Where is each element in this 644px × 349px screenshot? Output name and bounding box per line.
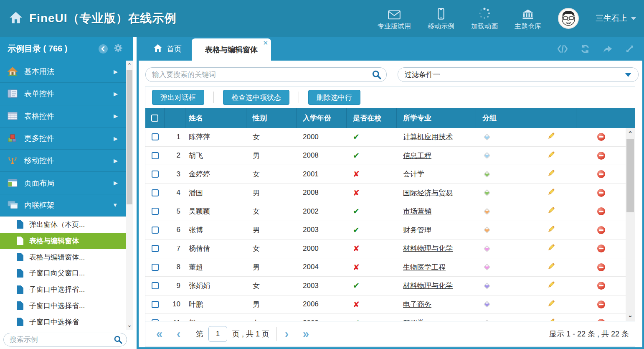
last-page-button[interactable]: » — [301, 329, 311, 340]
submenu-item-child-to-parent[interactable]: 子窗口向父窗口... — [0, 265, 126, 281]
prev-page-button[interactable]: ‹ — [175, 329, 182, 340]
row-checkbox[interactable] — [152, 301, 159, 308]
delete-icon[interactable] — [597, 226, 605, 234]
expand-icon[interactable] — [625, 44, 635, 54]
submenu-item-grid-edit-window-2[interactable]: 表格与编辑窗体... — [0, 249, 126, 265]
filter-dropdown[interactable]: 过滤条件一 — [398, 67, 639, 82]
submenu-item-grid-edit-window[interactable]: 表格与编辑窗体 — [0, 233, 126, 249]
theme-repo-action[interactable]: 主题仓库 — [515, 6, 541, 31]
major-link[interactable]: 财务管理 — [403, 225, 431, 235]
select-all-checkbox[interactable] — [151, 115, 158, 122]
edit-icon[interactable] — [547, 262, 555, 273]
user-menu[interactable]: 三生石上 — [596, 13, 636, 24]
major-link[interactable]: 材料物理与化学 — [403, 281, 453, 290]
delete-icon[interactable] — [597, 189, 605, 197]
mobile-demo-action[interactable]: 移动示例 — [428, 6, 454, 31]
refresh-icon[interactable] — [580, 44, 591, 54]
tab-home[interactable]: 首页 — [143, 37, 192, 61]
delete-icon[interactable] — [597, 170, 605, 178]
edit-icon[interactable] — [547, 243, 555, 254]
edit-icon[interactable] — [547, 188, 555, 198]
avatar[interactable] — [558, 8, 579, 29]
major-link[interactable]: 市场营销 — [403, 206, 431, 216]
tag-icon — [482, 225, 492, 234]
major-link[interactable]: 计算机应用技术 — [403, 132, 453, 142]
major-link[interactable]: 电子商务 — [403, 300, 431, 309]
major-link[interactable]: 会计学 — [403, 169, 424, 179]
row-checkbox[interactable] — [152, 227, 159, 234]
sidebar-scrollbar[interactable]: ⌃ ⌄ — [126, 61, 133, 330]
sidebar-item-grid[interactable]: 表格控件 ▶ — [0, 105, 126, 127]
delete-icon[interactable] — [597, 319, 605, 321]
search-icon[interactable] — [114, 335, 122, 344]
code-icon[interactable] — [557, 44, 568, 53]
row-checkbox[interactable] — [152, 208, 159, 215]
delete-icon[interactable] — [597, 133, 605, 141]
sidebar-item-basic[interactable]: 基本用法 ▶ — [0, 61, 126, 83]
row-checkbox[interactable] — [152, 319, 159, 321]
major-link[interactable]: 生物医学工程 — [403, 262, 446, 272]
sidebar-item-form[interactable]: 表单控件 ▶ — [0, 83, 126, 105]
loading-anim-action[interactable]: 加载动画 — [471, 6, 498, 31]
close-icon[interactable]: ✕ — [263, 39, 268, 47]
submenu-item-popup-window[interactable]: 弹出窗体（本页... — [0, 217, 126, 233]
edit-icon[interactable] — [547, 299, 555, 310]
major-link[interactable]: 信息工程 — [403, 151, 431, 160]
next-page-button[interactable]: › — [283, 329, 290, 340]
sidebar-scrollbar-thumb[interactable] — [127, 70, 132, 204]
sidebar-item-iframe[interactable]: 内联框架 ▼ — [0, 194, 126, 217]
collapse-sidebar-icon[interactable] — [99, 44, 108, 53]
row-checkbox[interactable] — [152, 133, 159, 140]
delete-icon[interactable] — [597, 263, 605, 271]
open-dialog-button[interactable]: 弹出对话框 — [152, 90, 204, 105]
cell-gender: 女 — [246, 318, 297, 321]
sidebar-item-mobile[interactable]: 移动控件 ▶ — [0, 150, 126, 172]
sidebar-item-more[interactable]: 更多控件 ▶ — [0, 127, 126, 150]
row-checkbox[interactable] — [152, 264, 159, 271]
scroll-up-icon[interactable]: ⌃ — [626, 130, 635, 138]
delete-icon[interactable] — [597, 282, 605, 290]
row-checkbox[interactable] — [152, 152, 159, 159]
gear-icon[interactable] — [114, 43, 123, 54]
submenu-item-select-province-2[interactable]: 子窗口中选择省... — [0, 298, 126, 314]
delete-icon[interactable] — [597, 245, 605, 252]
delete-selected-button[interactable]: 删除选中行 — [308, 90, 360, 105]
cell-name: 赵丽丽 — [185, 318, 246, 321]
edit-icon[interactable] — [547, 280, 555, 291]
tab-grid-edit-window[interactable]: 表格与编辑窗体 ✕ — [192, 38, 271, 61]
row-checkbox[interactable] — [152, 245, 159, 252]
submenu-item-select-province-1[interactable]: 子窗口中选择省... — [0, 281, 126, 298]
major-link[interactable]: 管理学 — [403, 318, 424, 321]
page-number-input[interactable] — [208, 326, 227, 342]
edit-icon[interactable] — [547, 132, 555, 142]
row-checkbox[interactable] — [152, 171, 159, 178]
share-icon[interactable] — [602, 44, 613, 53]
edit-icon[interactable] — [547, 169, 555, 179]
delete-icon[interactable] — [597, 301, 605, 308]
delete-icon[interactable] — [597, 152, 605, 160]
scroll-down-icon[interactable]: ⌄ — [626, 311, 635, 319]
search-icon[interactable] — [372, 70, 381, 79]
grid-scrollbar[interactable]: ⌃ ⌄ — [626, 128, 635, 321]
row-checkbox[interactable] — [152, 189, 159, 196]
pager-separator — [276, 327, 276, 341]
trial-action[interactable]: 专业版试用 — [378, 6, 411, 31]
grid-body: 1 陈萍萍 女 2000 ✔ 计算机应用技术 2 胡飞 男 — [145, 128, 635, 321]
delete-icon[interactable] — [597, 207, 605, 215]
row-checkbox[interactable] — [152, 282, 159, 289]
grid-scrollbar-thumb[interactable] — [626, 139, 634, 212]
sidebar-item-layout[interactable]: 页面布局 ▶ — [0, 172, 126, 194]
major-link[interactable]: 国际经济与贸易 — [403, 188, 453, 198]
scroll-up-icon[interactable]: ⌃ — [126, 62, 133, 69]
check-selected-button[interactable]: 检查选中项状态 — [223, 90, 289, 105]
edit-icon[interactable] — [547, 150, 555, 161]
edit-icon[interactable] — [547, 225, 555, 235]
first-page-button[interactable]: « — [155, 329, 164, 340]
keyword-search-input[interactable] — [152, 71, 357, 79]
edit-icon[interactable] — [547, 318, 555, 321]
scroll-down-icon[interactable]: ⌄ — [126, 322, 133, 328]
sidebar-search-input[interactable] — [10, 336, 106, 344]
edit-icon[interactable] — [547, 206, 555, 217]
major-link[interactable]: 材料物理与化学 — [403, 244, 453, 253]
submenu-item-select-province-3[interactable]: 子窗口中选择省 — [0, 314, 126, 330]
